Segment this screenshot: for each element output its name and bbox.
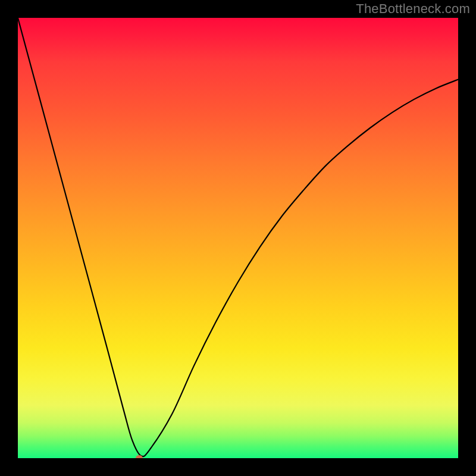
- curve-svg: [18, 18, 458, 458]
- plot-area: [18, 18, 458, 458]
- chart-frame: TheBottleneck.com: [0, 0, 476, 476]
- optimal-point-marker: [136, 455, 143, 458]
- bottleneck-curve: [18, 18, 458, 456]
- watermark-text: TheBottleneck.com: [356, 1, 470, 17]
